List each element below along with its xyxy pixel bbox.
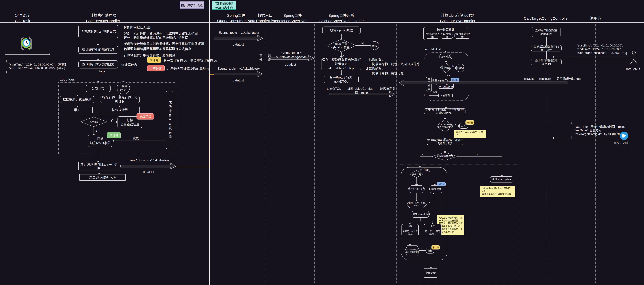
decision-exec-error-label: 执行错误: [80, 117, 107, 127]
flow-arrowhead: [444, 118, 446, 120]
flow-line: [427, 204, 434, 204]
caller-boot-line: [554, 138, 615, 138]
condition-sourceinfo-complete-2-label: sourceInfo完备 或者是聚合映射: [405, 245, 420, 256]
flow-line: [98, 92, 98, 95]
event-arrow-push-history: [120, 163, 176, 169]
label-true: true: [446, 74, 450, 77]
flow-line: [454, 126, 459, 126]
flow-line: [546, 37, 546, 44]
status-badge-uncalculated: 未计算: [147, 57, 161, 63]
legend-realtime-flow: 实时数据消费 计算日志生成: [212, 1, 236, 10]
label-event-save: Event：topic = v1/tskv/calc/log/save: [266, 51, 316, 59]
flow-line: [446, 100, 446, 107]
decision-exists-in-db-label: 数据库中存在的: [432, 152, 458, 161]
flow-line: [416, 178, 417, 185]
flow-line: [458, 156, 502, 156]
decision-hit-config: 命中配置: [440, 63, 452, 73]
label-event-history-left: Event：topic = v1/tskv/history: [123, 158, 174, 162]
flow-line: [77, 95, 120, 95]
flow-arrowhead: [113, 139, 114, 142]
note-benefit: 好处：执行性能、资源消耗可以维持在比较乐观范围: [124, 31, 198, 36]
flow-arrowhead: [97, 44, 100, 46]
lifeline-calclogsaveevent: [314, 23, 315, 283]
flow-line: [435, 174, 435, 184]
flow-arrowhead: [430, 267, 432, 268]
label-n: N: [476, 153, 478, 156]
caller-user-request-json: { "startTime": "2024-01-01 00:00:00", "e…: [574, 40, 627, 58]
label-y: Y: [422, 153, 423, 156]
status-badge-uncalculated-2: 未计算: [466, 120, 474, 125]
flow-line: [120, 113, 120, 116]
call-arrow-controller-to-handler: [399, 80, 568, 86]
node-get-enabled-configs: 缓存中获取所有开启计算的配置信息 allEnabledConfigs: [321, 58, 361, 70]
label-user-agent: user agent: [626, 67, 640, 71]
flow-arrowhead: [425, 249, 426, 252]
calctask-request-json: { "startTime": "2024-01-01 00:00:00"，【可选…: [6, 59, 68, 74]
label-loop-logs: Loop logs: [60, 77, 75, 82]
note-configs: 目标物配置： 携带目标物、属性，以及公式信息 计算物配置： 携带计算物、属性信息: [365, 57, 420, 76]
label-y: Y: [428, 170, 430, 173]
header-calctask: 定时调度 CalcTask: [6, 13, 38, 24]
note-unique-key: unique key（配置id、数据时间） 避免多JVM运行导致重复入库: [480, 186, 515, 197]
status-badge-calculated: 已计算: [107, 132, 121, 138]
note-expire-default: 过期时间默认为1周: [124, 26, 151, 30]
flow-arrowhead: [369, 44, 370, 47]
node-query-pending-logs: 查询待计算状态的日志: [78, 61, 118, 69]
label-y: Y: [426, 186, 428, 189]
flow-line: [420, 156, 432, 156]
user-agent-icon: [629, 51, 639, 66]
decision-sourceinfo-complete-label: sourceInfo完备 或者是聚合映射: [436, 120, 454, 132]
flow-line: [77, 116, 120, 116]
node-query-tskvlist-by-time: 基于指定时间查询 tskvList: [531, 59, 562, 65]
orange-connector-arrowhead: [213, 73, 214, 76]
condition-sourceinfo-complete-2: sourceInfo完备 或者是聚合映射: [405, 245, 420, 256]
label-datalist: dataList: [136, 170, 160, 174]
flow-line: [77, 113, 77, 116]
node-query-cached-config: 查询缓存中的配置信息: [78, 46, 118, 54]
flow-arrowhead: [97, 81, 100, 82]
node-continue: continue: [456, 64, 464, 72]
condition-same-thing-diff-value: 同物、属性；不同value: [406, 201, 427, 208]
event-arrow-history: [214, 71, 262, 77]
flow-line: [431, 260, 431, 267]
flow-line: [423, 174, 435, 174]
flow-line: [425, 189, 430, 189]
label-y: Y: [110, 118, 113, 123]
label-n: N: [452, 65, 454, 68]
calctask-trigger-line: [5, 54, 49, 55]
flow-line: [446, 73, 446, 79]
flow-line: [98, 154, 98, 161]
flow-arrowhead: [340, 56, 343, 58]
flow-line: [94, 127, 94, 134]
note-consideration: 考虑到物计算侧重实时数据计算，因此还是做了删除逻辑: [124, 42, 204, 46]
caller-request-arrowhead: [553, 56, 554, 58]
flow-line: [120, 103, 120, 106]
flow-arrowhead: [444, 51, 447, 52]
node-init-state: 初始化状态: [430, 185, 442, 193]
status-badge-calc-error: 计算异常: [147, 65, 164, 71]
flow-line: [107, 122, 116, 122]
header-calclogsaveeventlistener: Spring事件监听 CalcLogSaveEventListener: [316, 13, 367, 24]
node-filter-things-attrs: 过滤出这些配置中的物、属性: [531, 45, 562, 52]
label-y: Y: [429, 201, 430, 204]
node-accumulate: 累加: [62, 107, 92, 113]
node-success-log-collector: 成功计算日志收集器: [166, 91, 174, 149]
decision-recalc: 重新计算: [410, 170, 423, 178]
flow-line: [416, 193, 417, 200]
label-calc-error-desc: 小于最大可计算次数的异常log: [167, 67, 210, 71]
node-param-config-info: 配置信息: [441, 33, 453, 39]
flow-arrowhead: [97, 161, 100, 162]
flow-line: [546, 52, 546, 58]
orange-connector-v: [210, 75, 210, 166]
node-log-list: log列表: [438, 93, 452, 98]
status-badge-uncalculated-3: 未计算: [432, 245, 440, 249]
flow-line: [420, 218, 420, 221]
flow-arrowhead: [340, 74, 343, 75]
label-loop-tskvlist: Loop tskvList: [424, 48, 441, 51]
label-collect: 收集: [132, 136, 139, 140]
node-batch-update: 批量更新: [423, 268, 438, 278]
header-calctargetconfigcontroller: CalcTargetConfigController: [522, 16, 570, 21]
flow-line: [98, 39, 98, 44]
node-query-user-configs: 查询用户指定配置 configList: [532, 27, 560, 37]
decision-topic-ok: topic正确 dataList非空: [326, 39, 356, 52]
